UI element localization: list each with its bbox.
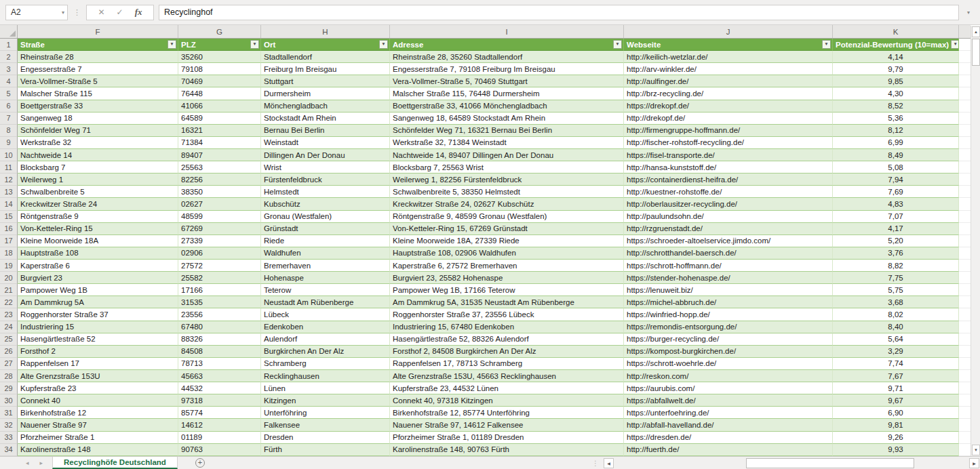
cell-G5[interactable]: 76448 xyxy=(178,87,261,100)
cell-I20[interactable]: Burgviert 23, 25582 Hohenaspe xyxy=(390,272,624,284)
cell-J14[interactable]: http://oberlausitzer-recycling.de/ xyxy=(624,198,833,210)
cell-F31[interactable]: Birkenhofstraße 12 xyxy=(18,407,178,419)
column-header-J[interactable]: J xyxy=(624,25,833,38)
formula-bar-expand-icon[interactable]: ▾ xyxy=(964,9,973,16)
cell-K8[interactable]: 8,12 xyxy=(833,125,959,137)
filter-button[interactable]: ▼ xyxy=(168,40,176,49)
filter-button[interactable]: ▼ xyxy=(951,40,959,49)
cell-F30[interactable]: Connekt 40 xyxy=(18,394,178,407)
cell-J26[interactable]: https://kompost-burgkirchen.de/ xyxy=(624,346,833,358)
cell-K13[interactable]: 7,69 xyxy=(833,186,959,198)
cell-K3[interactable]: 9,79 xyxy=(833,63,959,75)
cell-F6[interactable]: Boettgerstraße 33 xyxy=(18,100,178,113)
scroll-right-button[interactable]: ▶ xyxy=(969,458,979,468)
insert-function-icon[interactable]: fx xyxy=(135,7,142,18)
row-header-19[interactable]: 19 xyxy=(0,260,18,272)
cell-J12[interactable]: https://containerdienst-heifra.de/ xyxy=(624,174,833,186)
header-cell-K1[interactable]: Potenzial-Bewertung (10=max)▼ xyxy=(833,39,959,51)
cell-H27[interactable]: Schramberg xyxy=(261,358,390,370)
cell-J5[interactable]: http://brz-recycling.de/ xyxy=(624,87,833,100)
cell-I26[interactable]: Forsthof 2, 84508 Burgkirchen An Der Alz xyxy=(390,346,624,358)
cell-I2[interactable]: Rheinstraße 28, 35260 Stadtallendorf xyxy=(390,51,624,63)
name-box-caret-icon[interactable]: ▾ xyxy=(62,9,64,16)
cell-H25[interactable]: Aulendorf xyxy=(261,333,390,346)
cell-J33[interactable]: https://dresden.de/ xyxy=(624,432,833,444)
cell-I34[interactable]: Karolinenstraße 148, 90763 Fürth xyxy=(390,444,624,456)
cell-K30[interactable]: 9,67 xyxy=(833,394,959,407)
cell-G6[interactable]: 41066 xyxy=(178,100,261,113)
filter-button[interactable]: ▼ xyxy=(250,40,259,49)
cell-J10[interactable]: https://fisel-transporte.de/ xyxy=(624,149,833,161)
cell-K22[interactable]: 3,68 xyxy=(833,296,959,308)
cell-G30[interactable]: 97318 xyxy=(178,394,261,407)
vertical-scrollbar-thumb[interactable] xyxy=(972,39,980,66)
cell-K17[interactable]: 5,20 xyxy=(833,235,959,247)
cell-K23[interactable]: 8,02 xyxy=(833,308,959,321)
row-header-14[interactable]: 14 xyxy=(0,198,18,210)
cell-J2[interactable]: http://keilich-wetzlar.de/ xyxy=(624,51,833,63)
cell-H13[interactable]: Helmstedt xyxy=(261,186,390,198)
cell-K16[interactable]: 4,17 xyxy=(833,223,959,235)
cell-F34[interactable]: Karolinenstraße 148 xyxy=(18,444,178,456)
row-header-20[interactable]: 20 xyxy=(0,272,18,284)
cell-F12[interactable]: Weilerweg 1 xyxy=(18,174,178,186)
cell-I32[interactable]: Nauener Straße 97, 14612 Falkensee xyxy=(390,419,624,431)
row-header-13[interactable]: 13 xyxy=(0,186,18,198)
row-header-29[interactable]: 29 xyxy=(0,382,18,394)
cell-J23[interactable]: https://winfried-hopp.de/ xyxy=(624,308,833,321)
cell-G32[interactable]: 14612 xyxy=(178,419,261,431)
row-header-32[interactable]: 32 xyxy=(0,419,18,431)
cell-H19[interactable]: Bremerhaven xyxy=(261,260,390,272)
cell-J24[interactable]: https://remondis-entsorgung.de/ xyxy=(624,321,833,333)
row-header-23[interactable]: 23 xyxy=(0,308,18,321)
cell-J3[interactable]: http://arv-winkler.de/ xyxy=(624,63,833,75)
cell-G2[interactable]: 35260 xyxy=(178,51,261,63)
row-header-4[interactable]: 4 xyxy=(0,75,18,87)
cell-I27[interactable]: Rappenfelsen 17, 78713 Schramberg xyxy=(390,358,624,370)
row-header-10[interactable]: 10 xyxy=(0,149,18,161)
enter-icon[interactable]: ✓ xyxy=(117,7,123,17)
filter-button[interactable]: ▼ xyxy=(822,40,831,49)
cell-H14[interactable]: Kubschütz xyxy=(261,198,390,210)
cell-I5[interactable]: Malscher Straße 115, 76448 Durmersheim xyxy=(390,87,624,100)
cell-F8[interactable]: Schönfelder Weg 71 xyxy=(18,125,178,137)
cell-G11[interactable]: 25563 xyxy=(178,161,261,174)
cell-J8[interactable]: http://firmengruppe-hoffmann.de/ xyxy=(624,125,833,137)
cell-H26[interactable]: Burgkirchen An Der Alz xyxy=(261,346,390,358)
cell-K29[interactable]: 9,71 xyxy=(833,382,959,394)
cell-K33[interactable]: 9,26 xyxy=(833,432,959,444)
cell-G31[interactable]: 85774 xyxy=(178,407,261,419)
row-header-6[interactable]: 6 xyxy=(0,100,18,113)
cell-H32[interactable]: Falkensee xyxy=(261,419,390,431)
cell-G20[interactable]: 25582 xyxy=(178,272,261,284)
column-header-F[interactable]: F xyxy=(18,25,178,38)
column-header-K[interactable]: K xyxy=(833,25,959,38)
cell-H17[interactable]: Riede xyxy=(261,235,390,247)
cell-H24[interactable]: Edenkoben xyxy=(261,321,390,333)
row-header-31[interactable]: 31 xyxy=(0,407,18,419)
cell-H7[interactable]: Stockstadt Am Rhein xyxy=(261,113,390,125)
cell-G15[interactable]: 48599 xyxy=(178,211,261,223)
cell-G8[interactable]: 16321 xyxy=(178,125,261,137)
cell-H6[interactable]: Mönchengladbach xyxy=(261,100,390,113)
cell-G17[interactable]: 27339 xyxy=(178,235,261,247)
cell-J4[interactable]: http://aulfinger.de/ xyxy=(624,75,833,87)
cancel-icon[interactable]: ✕ xyxy=(98,7,105,17)
cell-I8[interactable]: Schönfelder Weg 71, 16321 Bernau Bei Ber… xyxy=(390,125,624,137)
cell-G12[interactable]: 82256 xyxy=(178,174,261,186)
cell-G16[interactable]: 67269 xyxy=(178,223,261,235)
cell-G22[interactable]: 31535 xyxy=(178,296,261,308)
cell-F29[interactable]: Kupferstraße 23 xyxy=(18,382,178,394)
cell-H30[interactable]: Kitzingen xyxy=(261,394,390,407)
header-cell-F1[interactable]: Straße▼ xyxy=(18,39,178,51)
cell-H8[interactable]: Bernau Bei Berlin xyxy=(261,125,390,137)
row-header-9[interactable]: 9 xyxy=(0,137,18,149)
cell-I21[interactable]: Pampower Weg 1B, 17166 Teterow xyxy=(390,284,624,296)
cell-F22[interactable]: Am Dammkrug 5A xyxy=(18,296,178,308)
cell-I31[interactable]: Birkenhofstraße 12, 85774 Unterföhring xyxy=(390,407,624,419)
cell-K32[interactable]: 9,81 xyxy=(833,419,959,431)
horizontal-scrollbar-track[interactable] xyxy=(614,458,969,468)
cell-J9[interactable]: http://fischer-rohstoff-recycling.de/ xyxy=(624,137,833,149)
row-header-18[interactable]: 18 xyxy=(0,247,18,260)
row-header-26[interactable]: 26 xyxy=(0,346,18,358)
